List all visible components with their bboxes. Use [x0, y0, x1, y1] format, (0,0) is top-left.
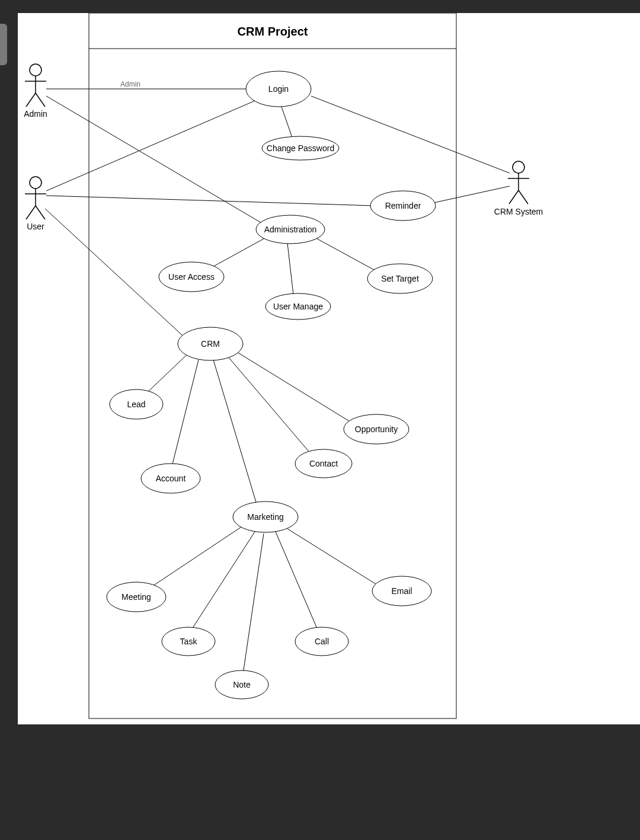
- edge-admin-useraccess: [207, 237, 267, 270]
- edge-login-changepassword: [281, 107, 292, 138]
- usecase-crm: CRM: [178, 327, 243, 360]
- svg-line-3: [26, 93, 36, 107]
- edge-marketing-call: [276, 532, 319, 633]
- svg-text:Lead: Lead: [127, 400, 145, 409]
- usecase-administration: Administration: [256, 215, 325, 244]
- svg-text:Call: Call: [315, 637, 329, 646]
- edge-crm-marketing: [213, 360, 258, 508]
- edge-marketing-task: [190, 532, 255, 633]
- svg-text:User Access: User Access: [168, 272, 215, 282]
- edge-admin-login-label: Admin: [120, 80, 140, 88]
- actor-admin-label: Admin: [24, 109, 47, 119]
- usecase-set-target: Set Target: [367, 264, 433, 293]
- svg-text:Opportunity: Opportunity: [355, 424, 398, 434]
- svg-line-8: [26, 206, 36, 219]
- usecase-email: Email: [372, 576, 431, 606]
- usecase-note: Note: [215, 670, 268, 699]
- edge-marketing-note: [243, 534, 264, 674]
- usecase-marketing: Marketing: [233, 502, 298, 532]
- diagram-title: CRM Project: [238, 25, 308, 38]
- usecase-opportunity: Opportunity: [344, 414, 409, 444]
- svg-point-10: [513, 161, 524, 173]
- actor-crm-system: CRM System: [494, 161, 543, 216]
- svg-text:Meeting: Meeting: [121, 592, 151, 602]
- svg-text:Marketing: Marketing: [247, 512, 283, 522]
- edge-marketing-meeting: [145, 526, 243, 591]
- edge-marketing-email: [287, 529, 382, 588]
- left-tab-indicator: [0, 24, 7, 65]
- edge-user-reminder: [46, 196, 373, 206]
- usecase-task: Task: [162, 627, 215, 656]
- usecase-change-password: Change Password: [262, 136, 339, 160]
- svg-line-14: [519, 190, 528, 204]
- svg-text:User Manage: User Manage: [273, 302, 323, 311]
- actor-admin: Admin: [24, 64, 47, 119]
- svg-line-9: [36, 206, 45, 219]
- usecase-lead: Lead: [110, 389, 163, 419]
- edge-admin-usermanage: [287, 243, 293, 295]
- diagram-canvas: CRM Project Admin User CRM System Admin: [18, 13, 640, 724]
- usecase-reminder: Reminder: [370, 191, 436, 221]
- usecase-user-access: User Access: [159, 262, 224, 292]
- actor-user: User: [25, 177, 46, 231]
- usecase-user-manage: User Manage: [265, 293, 331, 320]
- svg-text:Administration: Administration: [264, 225, 317, 234]
- usecase-account: Account: [141, 464, 200, 493]
- svg-text:Set Target: Set Target: [381, 274, 419, 283]
- edge-admin-administration: [46, 96, 265, 225]
- svg-text:Note: Note: [233, 680, 251, 689]
- edge-crm-lead: [142, 352, 190, 397]
- usecase-diagram-svg: CRM Project Admin User CRM System Admin: [18, 13, 640, 724]
- edge-crmsystem-reminder: [434, 186, 510, 203]
- svg-text:Contact: Contact: [309, 459, 338, 468]
- svg-text:Change Password: Change Password: [267, 143, 334, 153]
- svg-text:Reminder: Reminder: [385, 201, 421, 210]
- svg-point-0: [30, 64, 41, 76]
- svg-text:Email: Email: [391, 586, 412, 596]
- edge-crm-contact: [228, 357, 314, 458]
- usecase-call: Call: [295, 627, 348, 656]
- svg-line-4: [36, 93, 45, 107]
- edge-crmsystem-login: [311, 96, 510, 173]
- usecase-meeting: Meeting: [107, 582, 166, 612]
- svg-text:Account: Account: [156, 474, 186, 483]
- system-boundary: [89, 13, 456, 718]
- edge-admin-settarget: [314, 237, 379, 273]
- actor-user-label: User: [27, 222, 44, 231]
- usecase-contact: Contact: [295, 449, 352, 478]
- usecase-login: Login: [246, 71, 311, 107]
- svg-text:Task: Task: [180, 637, 198, 646]
- svg-point-5: [30, 177, 41, 189]
- actor-crm-system-label: CRM System: [494, 207, 543, 216]
- svg-text:CRM: CRM: [201, 339, 220, 349]
- edge-crm-account: [172, 360, 199, 467]
- svg-line-13: [509, 190, 519, 204]
- svg-text:Login: Login: [268, 84, 289, 94]
